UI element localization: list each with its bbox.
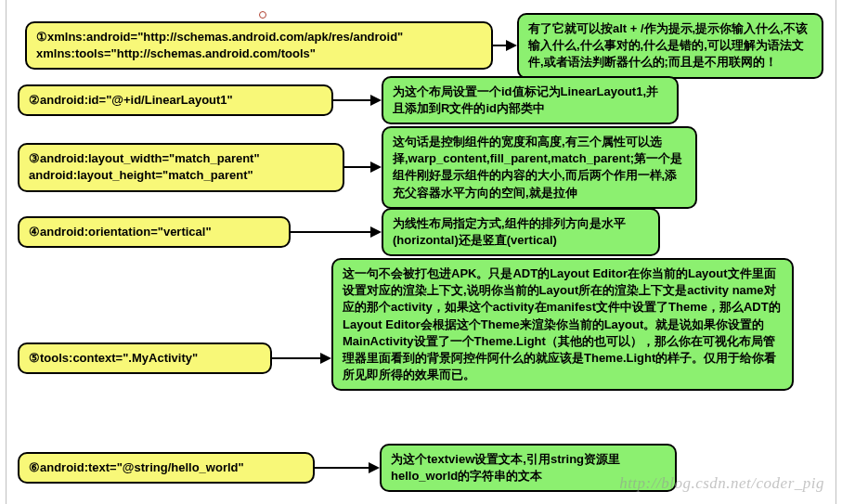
- diagram-canvas: ①xmlns:android="http://schemas.android.c…: [6, 0, 836, 504]
- code-box-2: ②android:id="@+id/LinearLayout1": [18, 84, 333, 116]
- diagram-row: ③android:layout_width="match_parent" and…: [6, 126, 836, 209]
- diagram-row: ⑤tools:context=".MyActivity" 这一句不会被打包进AP…: [6, 258, 836, 391]
- diagram-row: ②android:id="@+id/LinearLayout1" 为这个布局设置…: [6, 76, 836, 124]
- arrow-icon: [315, 467, 380, 469]
- code-box-4: ④android:orientation="vertical": [18, 216, 291, 248]
- watermark-text: http://blog.csdn.net/coder_pig: [619, 474, 824, 493]
- code-box-5: ⑤tools:context=".MyActivity": [18, 342, 272, 374]
- arrow-icon: [493, 45, 517, 46]
- desc-box-4: 为线性布局指定方式,组件的排列方向是水平(horizontal)还是竖直(ver…: [382, 208, 660, 256]
- desc-box-3: 这句话是控制组件的宽度和高度,有三个属性可以选择,warp_content,fi…: [382, 126, 697, 209]
- code-box-1: ①xmlns:android="http://schemas.android.c…: [25, 21, 493, 70]
- diagram-row: ①xmlns:android="http://schemas.android.c…: [6, 13, 836, 79]
- arrow-icon: [272, 357, 331, 359]
- arrow-icon: [291, 231, 382, 233]
- arrow-icon: [333, 99, 382, 101]
- code-box-3: ③android:layout_width="match_parent" and…: [18, 143, 344, 191]
- diagram-row: ④android:orientation="vertical" 为线性布局指定方…: [6, 208, 836, 256]
- desc-box-1: 有了它就可以按alt + /作为提示,提示你输入什么,不该输入什么,什么事对的,…: [517, 13, 823, 79]
- desc-box-2: 为这个布局设置一个id值标记为LinearLayout1,并且添加到R文件的id…: [382, 76, 679, 124]
- arrow-icon: [344, 166, 382, 168]
- code-box-6: ⑥android:text="@string/hello_world": [18, 452, 315, 484]
- desc-box-5: 这一句不会被打包进APK。只是ADT的Layout Editor在你当前的Lay…: [331, 258, 794, 391]
